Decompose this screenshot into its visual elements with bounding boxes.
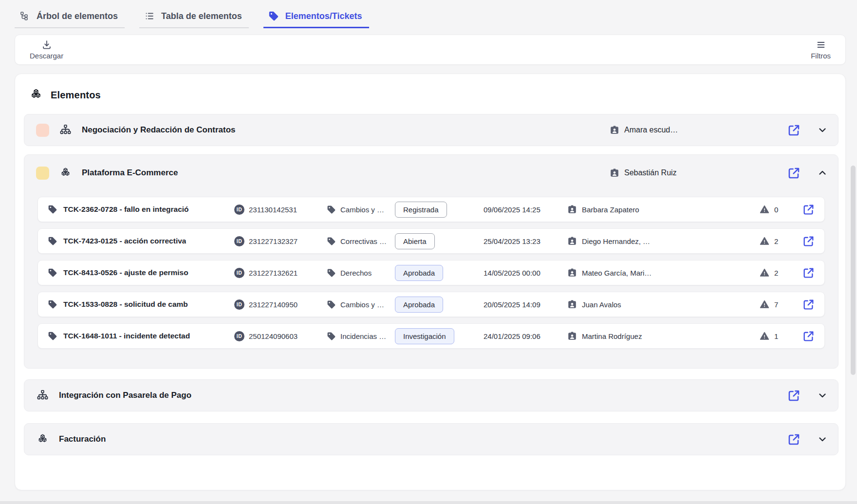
external-link-icon[interactable] [787, 389, 801, 402]
table-row[interactable]: TCK-8413-0526 - ajuste de permiso ID 231… [37, 260, 825, 285]
ticket-category-cell: Cambios y … [327, 205, 395, 214]
group-owner-name: Amara escud… [624, 126, 678, 134]
group-owner: Amara escud… [610, 125, 778, 135]
ticket-date: 09/06/2025 14:25 [484, 205, 567, 214]
tab-elementos-tickets[interactable]: Elementos/Tickets [263, 5, 369, 28]
group-plataforma-ecommerce: Plataforma E-Commerce Sebastián Ruiz TCK… [24, 154, 838, 369]
toolbar: Descargar Filtros [15, 35, 846, 65]
tab-label: Árbol de elementos [37, 11, 118, 21]
tag-icon [268, 11, 279, 21]
download-label: Descargar [30, 52, 63, 60]
group-title: Negociación y Redacción de Contratos [82, 125, 236, 135]
id-icon: ID [234, 205, 244, 215]
table-row[interactable]: TCK-1533-0828 - solicitud de camb ID 231… [37, 292, 825, 317]
ticket-id-cell: ID 231227132621 [234, 268, 327, 278]
ticket-alerts-cell: 1 [760, 331, 796, 341]
filters-label: Filtros [811, 52, 831, 60]
ticket-category-cell: Derechos [327, 268, 395, 278]
badge-icon [610, 168, 619, 178]
external-link-icon[interactable] [787, 433, 801, 446]
vertical-scrollbar[interactable] [851, 166, 856, 375]
external-link-icon[interactable] [802, 204, 815, 216]
ticket-title: TCK-8413-0526 - ajuste de permiso [63, 268, 188, 277]
ticket-alerts-cell: 7 [760, 299, 796, 309]
list-icon [144, 11, 155, 21]
status-badge: Investigación [395, 328, 454, 344]
ticket-owner: Barbara Zapatero [582, 205, 639, 214]
ticket-owner-cell: Martina Rodríguez [567, 331, 760, 341]
status-badge: Aprobada [395, 297, 443, 313]
badge-icon [567, 299, 577, 309]
badge-icon [567, 205, 577, 214]
table-row[interactable]: TCK-7423-0125 - acción correctiva ID 231… [37, 228, 825, 254]
ticket-id: 250124090603 [249, 332, 298, 340]
ticket-category: Cambios y … [340, 205, 384, 214]
ticket-title: TCK-7423-0125 - acción correctiva [63, 237, 186, 245]
ticket-id: 231227132327 [249, 237, 298, 245]
group-header[interactable]: Facturación [24, 424, 838, 455]
ticket-owner: Martina Rodríguez [582, 332, 642, 340]
tag-icon [327, 300, 336, 309]
warning-icon [760, 236, 769, 246]
ticket-title: TCK-1648-1011 - incidente detectad [63, 332, 190, 340]
external-link-icon[interactable] [787, 124, 801, 137]
ticket-title: TCK-1533-0828 - solicitud de camb [63, 300, 188, 309]
cubes-icon [59, 167, 72, 180]
chevron-down-icon[interactable] [817, 390, 828, 401]
ticket-id: 231227140950 [249, 300, 298, 309]
chevron-down-icon[interactable] [817, 433, 828, 445]
ticket-owner-cell: Barbara Zapatero [567, 205, 760, 214]
warning-icon [760, 268, 769, 278]
elements-panel: Elementos Negociación y Redacción de Con… [15, 74, 846, 490]
ticket-alerts-cell: 2 [760, 268, 796, 278]
ticket-owner-cell: Juan Avalos [567, 299, 760, 309]
table-row[interactable]: TCK-1648-1011 - incidente detectad ID 25… [37, 323, 825, 349]
external-link-icon[interactable] [802, 330, 815, 342]
filters-button[interactable]: Filtros [811, 39, 831, 60]
external-link-icon[interactable] [787, 167, 801, 180]
status-badge: Abierta [395, 233, 435, 249]
ticket-date: 25/04/2025 13:23 [484, 237, 567, 245]
external-link-icon[interactable] [802, 299, 815, 311]
group-header[interactable]: Plataforma E-Commerce Sebastián Ruiz [24, 155, 838, 191]
tab-tabla-de-elementos[interactable]: Tabla de elementos [139, 5, 249, 28]
tag-icon [48, 205, 57, 214]
ticket-owner: Diego Hernandez, … [582, 237, 650, 245]
badge-icon [567, 236, 577, 246]
ticket-id-cell: ID 231227140950 [234, 299, 327, 310]
ticket-category: Derechos [340, 269, 372, 277]
tag-icon [48, 331, 57, 341]
tag-icon [327, 332, 336, 341]
horizontal-scrollbar[interactable] [0, 501, 857, 504]
ticket-alerts-cell: 2 [760, 236, 796, 246]
group-header[interactable]: Integración con Pasarela de Pago [24, 380, 838, 411]
chevron-up-icon[interactable] [817, 167, 828, 179]
download-icon [41, 39, 52, 50]
status-badge: Aprobada [395, 265, 443, 281]
ticket-owner-cell: Diego Hernandez, … [567, 236, 760, 246]
panel-header: Elementos [29, 88, 838, 102]
id-icon: ID [234, 268, 244, 278]
download-button[interactable]: Descargar [30, 39, 63, 60]
ticket-title-cell: TCK-1533-0828 - solicitud de camb [48, 299, 234, 309]
ticket-date: 14/05/2025 00:00 [484, 269, 567, 277]
ticket-category-cell: Incidencias … [327, 332, 395, 341]
group-pasarela-pago: Integración con Pasarela de Pago [24, 379, 838, 411]
table-row[interactable]: TCK-2362-0728 - fallo en integració ID 2… [37, 197, 825, 222]
group-title: Plataforma E-Commerce [82, 168, 178, 178]
group-header[interactable]: Negociación y Redacción de Contratos Ama… [24, 114, 838, 146]
page-title: Elementos [51, 90, 101, 101]
alert-count: 7 [774, 300, 778, 309]
tag-icon [327, 205, 336, 214]
tab-arbol-de-elementos[interactable]: Árbol de elementos [15, 5, 125, 28]
external-link-icon[interactable] [802, 235, 815, 247]
ticket-category: Cambios y … [340, 300, 384, 309]
chevron-down-icon[interactable] [817, 124, 828, 136]
external-link-icon[interactable] [802, 267, 815, 279]
sitemap-icon [59, 124, 72, 137]
filter-icon [816, 39, 826, 50]
tab-label: Tabla de elementos [161, 11, 242, 21]
warning-icon [760, 331, 769, 341]
alert-count: 2 [774, 237, 778, 245]
tag-icon [48, 236, 57, 246]
